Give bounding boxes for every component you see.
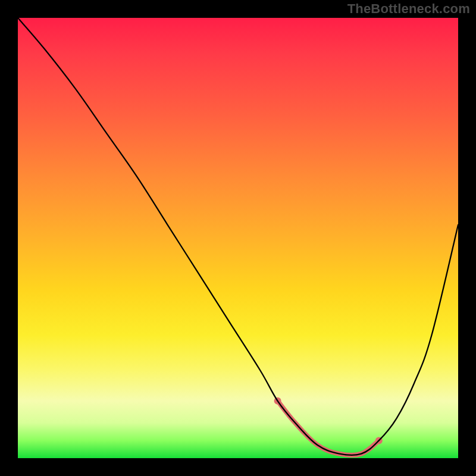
plot-area [18, 18, 458, 458]
bottleneck-curve [18, 18, 458, 455]
curve-overlay [18, 18, 458, 458]
chart-frame: TheBottleneck.com [0, 0, 476, 476]
attribution-watermark: TheBottleneck.com [347, 1, 470, 17]
optimal-region-highlight [278, 401, 379, 455]
